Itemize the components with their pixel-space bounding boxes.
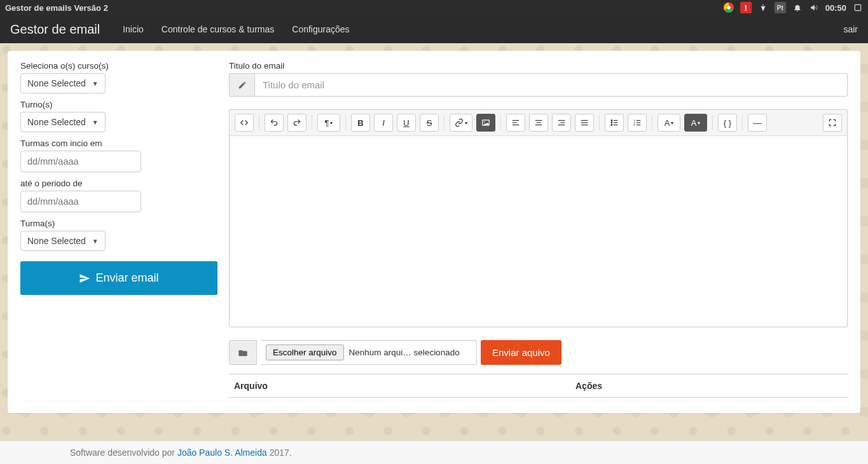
- choose-file-button[interactable]: Escolher arquivo: [266, 345, 344, 360]
- title-label: Titulo do email: [229, 61, 848, 71]
- alert-icon[interactable]: !: [740, 2, 752, 13]
- turno-selected: None Selected: [27, 117, 86, 127]
- chevron-down-icon: ▼: [92, 119, 99, 126]
- inicio-label: Turmas com incio em: [20, 139, 216, 148]
- align-center-button[interactable]: [529, 114, 548, 132]
- file-none-label: Nenhum arqui… selecionado: [349, 348, 460, 357]
- turno-select[interactable]: None Selected ▼: [20, 112, 106, 132]
- app-navbar: Gestor de email Inicio Controle de curso…: [0, 15, 868, 43]
- clock: 00:50: [825, 3, 846, 13]
- toolbar-separator: [259, 115, 259, 130]
- email-title-input[interactable]: [254, 73, 848, 97]
- folder-open-icon: [229, 340, 257, 365]
- send-email-button[interactable]: Enviar email: [20, 261, 217, 295]
- keyboard-layout-badge[interactable]: Pt: [775, 2, 786, 13]
- toolbar-separator: [652, 115, 652, 130]
- code-block-button[interactable]: { }: [718, 114, 737, 132]
- toolbar-separator: [312, 115, 312, 130]
- chrome-icon[interactable]: [724, 3, 734, 13]
- strike-button[interactable]: S: [420, 114, 439, 132]
- turma-label: Turma(s): [20, 219, 216, 228]
- table-header-row: Arquivo Ações: [229, 374, 848, 397]
- toolbar-separator: [712, 115, 713, 130]
- nav-inicio[interactable]: Inicio: [123, 24, 144, 34]
- col-arquivo: Arquivo: [234, 381, 575, 391]
- turno-label: Turno(s): [20, 100, 216, 109]
- paper-plane-icon: [79, 273, 90, 284]
- brand-title: Gestor de email: [10, 22, 100, 37]
- os-top-bar: Gestor de emails Versão 2 ! Pt 00:50: [0, 0, 868, 15]
- curso-label: Seleciona o(s) curso(s): [20, 61, 216, 71]
- svg-point-2: [484, 121, 485, 123]
- volume-icon[interactable]: [809, 3, 819, 13]
- file-upload-row: Escolher arquivo Nenhum arqui… seleciona…: [229, 340, 848, 365]
- horizontal-rule-button[interactable]: —: [748, 114, 767, 132]
- email-compose: Titulo do email ¶▾: [229, 61, 848, 398]
- underline-button[interactable]: U: [397, 114, 416, 132]
- chevron-down-icon: ▼: [92, 238, 99, 245]
- curso-selected: None Selected: [27, 78, 86, 88]
- title-input-group: [229, 73, 848, 97]
- font-color-button[interactable]: A▾: [658, 114, 680, 132]
- fim-label: até o periodo de: [20, 179, 216, 188]
- col-acoes: Ações: [575, 381, 843, 391]
- toolbar-separator: [742, 115, 743, 130]
- chevron-down-icon: ▼: [92, 80, 99, 87]
- toolbar-separator: [599, 115, 600, 130]
- main-panel: Seleciona o(s) curso(s) None Selected ▼ …: [8, 51, 860, 413]
- fim-date-input[interactable]: [20, 191, 141, 212]
- align-justify-button[interactable]: [575, 114, 594, 132]
- link-button[interactable]: ▾: [450, 114, 472, 132]
- notification-bell-icon[interactable]: [792, 3, 803, 13]
- editor-body[interactable]: [230, 136, 847, 327]
- attachments-table: Arquivo Ações: [229, 374, 848, 398]
- undo-button[interactable]: [265, 114, 284, 132]
- fullscreen-button[interactable]: [823, 114, 842, 132]
- svg-point-17: [611, 125, 612, 126]
- paragraph-style-button[interactable]: ¶▾: [317, 114, 340, 132]
- nav-configuracoes[interactable]: Configurações: [292, 24, 349, 34]
- align-right-button[interactable]: [552, 114, 571, 132]
- footer-suffix: 2017.: [267, 447, 292, 458]
- nav-logout[interactable]: sair: [843, 24, 858, 34]
- file-picker[interactable]: Escolher arquivo Nenhum arqui… seleciona…: [261, 340, 477, 365]
- power-icon[interactable]: [853, 3, 863, 13]
- sidebar-form: Seleciona o(s) curso(s) None Selected ▼ …: [13, 61, 216, 398]
- footer-prefix: Software desenvolvido por: [70, 447, 177, 458]
- toolbar-separator: [500, 115, 501, 130]
- window-title: Gestor de emails Versão 2: [5, 3, 724, 13]
- plugin-icon[interactable]: [758, 3, 768, 13]
- code-view-button[interactable]: [235, 114, 254, 132]
- inicio-date-input[interactable]: [20, 151, 141, 172]
- image-button[interactable]: [476, 114, 495, 132]
- align-left-button[interactable]: [506, 114, 525, 132]
- upload-file-button[interactable]: Enviar aquivo: [481, 340, 561, 365]
- background-color-button[interactable]: A▾: [684, 114, 707, 132]
- turma-select[interactable]: None Selected ▼: [20, 231, 106, 251]
- send-email-label: Enviar email: [95, 271, 158, 285]
- curso-select[interactable]: None Selected ▼: [20, 73, 106, 93]
- unordered-list-button[interactable]: [605, 114, 624, 132]
- toolbar-separator: [345, 115, 346, 130]
- svg-point-16: [611, 122, 612, 123]
- italic-button[interactable]: I: [374, 114, 393, 132]
- footer-author-link[interactable]: João Paulo S. Almeida: [177, 447, 267, 458]
- ordered-list-button[interactable]: 123: [628, 114, 647, 132]
- nav-cursos-turmas[interactable]: Controle de cursos & turmas: [162, 24, 274, 34]
- svg-point-15: [611, 120, 612, 121]
- svg-text:3: 3: [633, 123, 635, 126]
- redo-button[interactable]: [287, 114, 307, 132]
- system-tray: ! Pt 00:50: [724, 2, 863, 13]
- bold-button[interactable]: B: [351, 114, 370, 132]
- turma-selected: None Selected: [27, 236, 86, 246]
- editor-toolbar: ¶▾ B I U S ▾: [230, 110, 847, 136]
- svg-rect-0: [855, 4, 860, 10]
- toolbar-separator: [444, 115, 444, 130]
- pencil-icon: [229, 73, 254, 97]
- footer: Software desenvolvido por João Paulo S. …: [0, 440, 868, 464]
- rich-editor: ¶▾ B I U S ▾: [229, 109, 848, 327]
